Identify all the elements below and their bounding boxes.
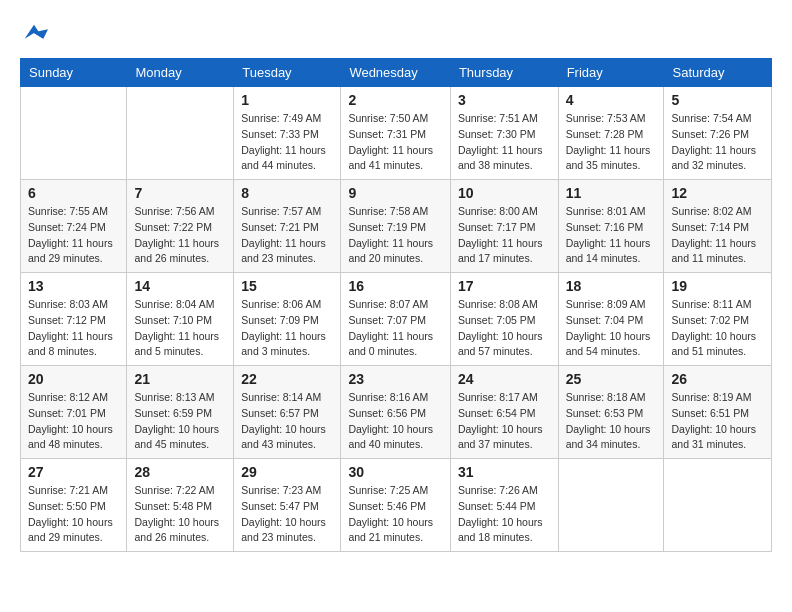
calendar-cell: 13 Sunrise: 8:03 AM Sunset: 7:12 PM Dayl… [21,273,127,366]
day-number: 30 [348,464,443,480]
sunset-text: Sunset: 5:48 PM [134,499,226,515]
sunrise-text: Sunrise: 8:17 AM [458,390,551,406]
daylight-text: Daylight: 11 hours and 5 minutes. [134,329,226,361]
day-number: 15 [241,278,333,294]
day-info: Sunrise: 8:07 AM Sunset: 7:07 PM Dayligh… [348,297,443,360]
sunrise-text: Sunrise: 8:04 AM [134,297,226,313]
calendar-cell: 25 Sunrise: 8:18 AM Sunset: 6:53 PM Dayl… [558,366,664,459]
calendar-cell: 11 Sunrise: 8:01 AM Sunset: 7:16 PM Dayl… [558,180,664,273]
calendar-cell: 23 Sunrise: 8:16 AM Sunset: 6:56 PM Dayl… [341,366,451,459]
day-info: Sunrise: 8:14 AM Sunset: 6:57 PM Dayligh… [241,390,333,453]
day-info: Sunrise: 8:18 AM Sunset: 6:53 PM Dayligh… [566,390,657,453]
sunrise-text: Sunrise: 7:54 AM [671,111,764,127]
daylight-text: Daylight: 10 hours and 18 minutes. [458,515,551,547]
calendar-cell: 18 Sunrise: 8:09 AM Sunset: 7:04 PM Dayl… [558,273,664,366]
day-info: Sunrise: 8:13 AM Sunset: 6:59 PM Dayligh… [134,390,226,453]
sunset-text: Sunset: 7:26 PM [671,127,764,143]
sunset-text: Sunset: 6:59 PM [134,406,226,422]
sunrise-text: Sunrise: 7:57 AM [241,204,333,220]
page-header [20,20,772,48]
day-info: Sunrise: 8:09 AM Sunset: 7:04 PM Dayligh… [566,297,657,360]
day-info: Sunrise: 8:17 AM Sunset: 6:54 PM Dayligh… [458,390,551,453]
day-number: 11 [566,185,657,201]
daylight-text: Daylight: 10 hours and 34 minutes. [566,422,657,454]
day-number: 2 [348,92,443,108]
daylight-text: Daylight: 11 hours and 14 minutes. [566,236,657,268]
day-info: Sunrise: 7:58 AM Sunset: 7:19 PM Dayligh… [348,204,443,267]
day-info: Sunrise: 7:50 AM Sunset: 7:31 PM Dayligh… [348,111,443,174]
day-number: 12 [671,185,764,201]
daylight-text: Daylight: 11 hours and 17 minutes. [458,236,551,268]
day-number: 21 [134,371,226,387]
day-info: Sunrise: 8:08 AM Sunset: 7:05 PM Dayligh… [458,297,551,360]
day-of-week-header: Monday [127,59,234,87]
day-number: 13 [28,278,119,294]
daylight-text: Daylight: 10 hours and 43 minutes. [241,422,333,454]
day-info: Sunrise: 8:00 AM Sunset: 7:17 PM Dayligh… [458,204,551,267]
sunrise-text: Sunrise: 8:07 AM [348,297,443,313]
day-of-week-header: Tuesday [234,59,341,87]
calendar-cell: 12 Sunrise: 8:02 AM Sunset: 7:14 PM Dayl… [664,180,772,273]
day-info: Sunrise: 8:16 AM Sunset: 6:56 PM Dayligh… [348,390,443,453]
sunrise-text: Sunrise: 8:03 AM [28,297,119,313]
sunset-text: Sunset: 7:24 PM [28,220,119,236]
day-info: Sunrise: 8:06 AM Sunset: 7:09 PM Dayligh… [241,297,333,360]
sunrise-text: Sunrise: 8:09 AM [566,297,657,313]
sunset-text: Sunset: 7:01 PM [28,406,119,422]
sunrise-text: Sunrise: 7:56 AM [134,204,226,220]
sunset-text: Sunset: 6:54 PM [458,406,551,422]
calendar-week-row: 6 Sunrise: 7:55 AM Sunset: 7:24 PM Dayli… [21,180,772,273]
calendar-cell: 24 Sunrise: 8:17 AM Sunset: 6:54 PM Dayl… [450,366,558,459]
logo [20,20,52,48]
sunrise-text: Sunrise: 7:58 AM [348,204,443,220]
daylight-text: Daylight: 10 hours and 57 minutes. [458,329,551,361]
sunrise-text: Sunrise: 8:06 AM [241,297,333,313]
day-info: Sunrise: 7:23 AM Sunset: 5:47 PM Dayligh… [241,483,333,546]
sunrise-text: Sunrise: 7:50 AM [348,111,443,127]
calendar-cell: 17 Sunrise: 8:08 AM Sunset: 7:05 PM Dayl… [450,273,558,366]
day-number: 1 [241,92,333,108]
calendar-cell: 5 Sunrise: 7:54 AM Sunset: 7:26 PM Dayli… [664,87,772,180]
calendar-cell [664,459,772,552]
day-number: 6 [28,185,119,201]
day-number: 3 [458,92,551,108]
calendar-week-row: 20 Sunrise: 8:12 AM Sunset: 7:01 PM Dayl… [21,366,772,459]
sunset-text: Sunset: 7:04 PM [566,313,657,329]
calendar-cell [558,459,664,552]
day-info: Sunrise: 7:57 AM Sunset: 7:21 PM Dayligh… [241,204,333,267]
day-info: Sunrise: 7:26 AM Sunset: 5:44 PM Dayligh… [458,483,551,546]
sunset-text: Sunset: 7:09 PM [241,313,333,329]
day-number: 4 [566,92,657,108]
sunset-text: Sunset: 7:12 PM [28,313,119,329]
sunrise-text: Sunrise: 7:26 AM [458,483,551,499]
sunrise-text: Sunrise: 8:08 AM [458,297,551,313]
daylight-text: Daylight: 10 hours and 21 minutes. [348,515,443,547]
day-number: 22 [241,371,333,387]
calendar-week-row: 27 Sunrise: 7:21 AM Sunset: 5:50 PM Dayl… [21,459,772,552]
calendar-cell: 7 Sunrise: 7:56 AM Sunset: 7:22 PM Dayli… [127,180,234,273]
daylight-text: Daylight: 10 hours and 26 minutes. [134,515,226,547]
day-number: 5 [671,92,764,108]
calendar-cell: 20 Sunrise: 8:12 AM Sunset: 7:01 PM Dayl… [21,366,127,459]
sunset-text: Sunset: 7:16 PM [566,220,657,236]
day-number: 10 [458,185,551,201]
calendar-cell: 30 Sunrise: 7:25 AM Sunset: 5:46 PM Dayl… [341,459,451,552]
daylight-text: Daylight: 11 hours and 0 minutes. [348,329,443,361]
calendar-cell: 15 Sunrise: 8:06 AM Sunset: 7:09 PM Dayl… [234,273,341,366]
day-of-week-header: Friday [558,59,664,87]
sunset-text: Sunset: 7:31 PM [348,127,443,143]
calendar-cell: 29 Sunrise: 7:23 AM Sunset: 5:47 PM Dayl… [234,459,341,552]
sunset-text: Sunset: 5:47 PM [241,499,333,515]
sunset-text: Sunset: 6:56 PM [348,406,443,422]
day-number: 14 [134,278,226,294]
daylight-text: Daylight: 10 hours and 51 minutes. [671,329,764,361]
calendar-cell: 16 Sunrise: 8:07 AM Sunset: 7:07 PM Dayl… [341,273,451,366]
sunrise-text: Sunrise: 7:25 AM [348,483,443,499]
sunset-text: Sunset: 6:51 PM [671,406,764,422]
calendar-cell: 10 Sunrise: 8:00 AM Sunset: 7:17 PM Dayl… [450,180,558,273]
sunrise-text: Sunrise: 7:55 AM [28,204,119,220]
daylight-text: Daylight: 11 hours and 38 minutes. [458,143,551,175]
calendar-cell: 9 Sunrise: 7:58 AM Sunset: 7:19 PM Dayli… [341,180,451,273]
calendar-cell: 21 Sunrise: 8:13 AM Sunset: 6:59 PM Dayl… [127,366,234,459]
day-number: 31 [458,464,551,480]
